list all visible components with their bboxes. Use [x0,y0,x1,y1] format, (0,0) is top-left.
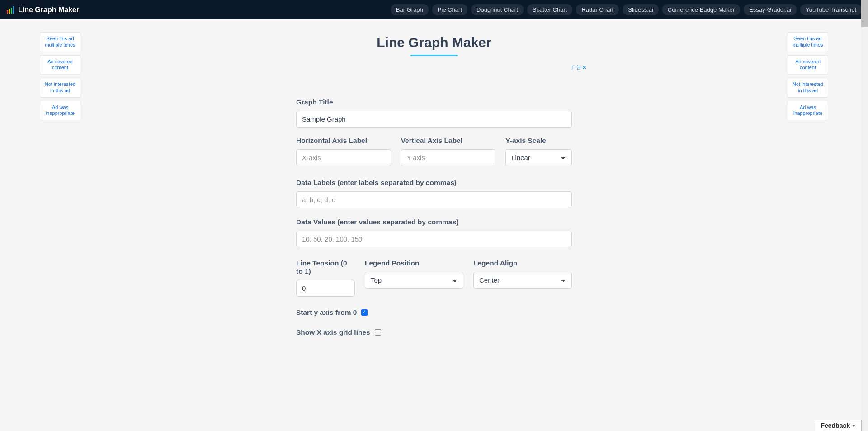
nav-essay-grader[interactable]: Essay-Grader.ai [744,4,797,15]
svg-rect-1 [9,9,10,14]
v-axis-input[interactable] [401,149,496,166]
main-column: Line Graph Maker 广告✕ Graph Title Horizon… [296,33,572,404]
title-underline [410,55,458,56]
ad-label: 广告 [571,65,581,70]
line-tension-label: Line Tension (0 to 1) [296,259,355,275]
ad-feedback-left: Seen this ad multiple times Ad covered c… [40,32,80,123]
start-y-zero-checkbox[interactable] [361,309,368,316]
y-scale-select[interactable]: Linear [505,149,572,166]
close-ad-icon[interactable]: ✕ [582,65,586,70]
nav-radar-chart[interactable]: Radar Chart [576,4,619,15]
data-labels-label: Data Labels (enter labels separated by c… [296,179,572,187]
feedback-label: Feedback [821,422,850,429]
y-scale-label: Y-axis Scale [505,137,572,145]
legend-align-select[interactable]: Center [473,272,572,289]
v-axis-label: Vertical Axis Label [401,137,496,145]
nav-slidess[interactable]: Slidess.ai [623,4,659,15]
bar-chart-icon [6,6,14,14]
ad-feedback-option[interactable]: Not interested in this ad [40,78,80,98]
graph-title-input[interactable] [296,111,572,128]
page-body: Seen this ad multiple times Ad covered c… [0,19,868,431]
ad-marker: 广告✕ [311,64,586,71]
nav-doughnut-chart[interactable]: Doughnut Chart [471,4,524,15]
brand[interactable]: Line Graph Maker [6,6,79,14]
nav-links: Bar Graph Pie Chart Doughnut Chart Scatt… [391,4,862,15]
ad-feedback-option[interactable]: Seen this ad multiple times [788,32,828,52]
start-y-zero-row: Start y axis from 0 [296,308,572,317]
nav-youtube-transcript[interactable]: YouTube Transcript [800,4,862,15]
legend-position-select[interactable]: Top [365,272,463,289]
ad-feedback-option[interactable]: Ad covered content [788,55,828,75]
nav-conference-badge[interactable]: Conference Badge Maker [662,4,740,15]
ad-feedback-option[interactable]: Seen this ad multiple times [40,32,80,52]
data-values-input[interactable] [296,231,572,247]
svg-rect-0 [7,10,8,14]
ad-feedback-option[interactable]: Ad covered content [40,55,80,75]
svg-rect-2 [11,8,12,14]
svg-rect-3 [13,6,14,14]
show-x-grid-row: Show X axis grid lines [296,328,572,336]
data-labels-input[interactable] [296,191,572,208]
line-tension-input[interactable] [296,280,355,297]
scrollbar-thumb[interactable] [861,0,868,27]
nav-bar-graph[interactable]: Bar Graph [391,4,429,15]
legend-position-label: Legend Position [365,259,463,267]
h-axis-input[interactable] [296,149,391,166]
ad-feedback-option[interactable]: Not interested in this ad [788,78,828,98]
h-axis-label: Horizontal Axis Label [296,137,391,145]
legend-align-label: Legend Align [473,259,572,267]
ad-feedback-right: Seen this ad multiple times Ad covered c… [788,32,828,123]
start-y-zero-label: Start y axis from 0 [296,308,357,317]
graph-title-label: Graph Title [296,98,572,106]
show-x-grid-checkbox[interactable] [375,329,381,336]
nav-pie-chart[interactable]: Pie Chart [432,4,467,15]
data-values-label: Data Values (enter values separated by c… [296,218,572,226]
chevron-down-icon: ▾ [853,423,855,428]
app-header: Line Graph Maker Bar Graph Pie Chart Dou… [0,0,868,19]
nav-scatter-chart[interactable]: Scatter Chart [527,4,573,15]
brand-text: Line Graph Maker [18,6,79,14]
ad-feedback-option[interactable]: Ad was inappropriate [788,101,828,121]
ad-feedback-option[interactable]: Ad was inappropriate [40,101,80,121]
feedback-button[interactable]: Feedback ▾ [815,420,862,431]
scrollbar[interactable] [861,0,868,431]
show-x-grid-label: Show X axis grid lines [296,328,370,336]
page-title: Line Graph Maker [296,35,572,50]
